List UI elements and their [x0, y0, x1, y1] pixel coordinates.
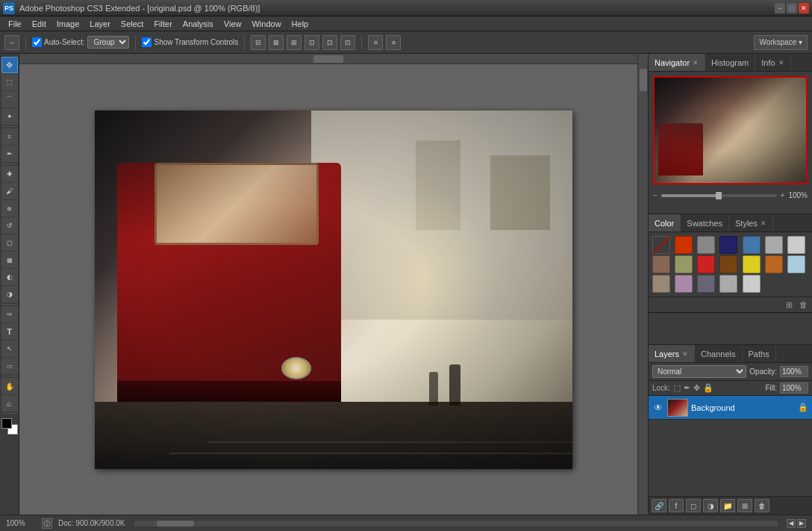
create-new-swatch-icon[interactable]: ⊞: [783, 299, 795, 311]
tab-swatches[interactable]: Swatches: [681, 214, 729, 232]
align-right-icon[interactable]: ⊞: [287, 35, 302, 50]
menu-window[interactable]: Window: [246, 18, 286, 30]
tab-styles[interactable]: Styles ✕: [729, 214, 773, 232]
add-style-button[interactable]: f: [669, 499, 684, 512]
swatch-slate[interactable]: [697, 275, 715, 293]
lasso-tool[interactable]: ⌒: [1, 91, 18, 108]
swatch-blue[interactable]: [743, 236, 761, 254]
history-brush-tool[interactable]: ↺: [1, 217, 18, 234]
delete-swatch-icon[interactable]: 🗑: [797, 299, 809, 311]
menu-file[interactable]: File: [3, 18, 27, 30]
tab-channels[interactable]: Channels: [695, 345, 742, 362]
layer-item-background[interactable]: 👁 Background 🔒: [649, 396, 812, 420]
workspace-icon[interactable]: Workspace ▾: [754, 35, 808, 50]
crop-tool[interactable]: ⌗: [1, 128, 18, 145]
align-top-icon[interactable]: ⊡: [304, 35, 319, 50]
scroll-left-button[interactable]: ◀: [787, 519, 796, 528]
menu-image[interactable]: Image: [51, 18, 85, 30]
link-layers-button[interactable]: 🔗: [652, 499, 666, 512]
zoom-out-icon[interactable]: −: [653, 191, 658, 199]
delete-layer-button[interactable]: 🗑: [755, 499, 769, 512]
align-left-icon[interactable]: ⊟: [251, 35, 266, 50]
move-tool-options[interactable]: ↔: [4, 35, 19, 50]
swatch-light-gray[interactable]: [765, 236, 783, 254]
shape-tool[interactable]: ▭: [1, 358, 18, 374]
add-mask-button[interactable]: ◻: [686, 499, 701, 512]
horizontal-scrollbar-top[interactable]: [19, 54, 637, 64]
menu-view[interactable]: View: [219, 18, 247, 30]
swatch-brown[interactable]: [719, 255, 737, 273]
distribute-h-icon[interactable]: ≡: [368, 35, 383, 50]
move-tool[interactable]: ✥: [1, 57, 18, 73]
new-group-button[interactable]: 📁: [720, 499, 735, 512]
menu-edit[interactable]: Edit: [27, 18, 51, 30]
path-selection-tool[interactable]: ↖: [1, 341, 18, 357]
tab-histogram[interactable]: Histogram: [705, 54, 755, 71]
gradient-tool[interactable]: ▦: [1, 252, 18, 268]
swatch-yellow[interactable]: [743, 255, 761, 273]
tab-color[interactable]: Color: [649, 214, 681, 232]
distribute-v-icon[interactable]: ≡: [386, 35, 401, 50]
swatch-dark-blue[interactable]: [719, 236, 737, 254]
swatch-mauve[interactable]: [675, 275, 693, 293]
color-selector[interactable]: [1, 418, 18, 435]
zoom-tool[interactable]: ⌕: [1, 395, 18, 412]
lock-all-icon[interactable]: 🔒: [703, 383, 713, 393]
new-adjustment-button[interactable]: ◑: [703, 499, 718, 512]
eyedropper-tool[interactable]: ✒: [1, 146, 18, 162]
swatch-light-blue[interactable]: [787, 255, 805, 273]
canvas-area[interactable]: [19, 54, 648, 515]
maximize-button[interactable]: □: [787, 3, 797, 13]
pen-tool[interactable]: ✑: [1, 306, 18, 323]
close-button[interactable]: ✕: [799, 3, 809, 13]
menu-analysis[interactable]: Analysis: [178, 18, 219, 30]
blur-tool[interactable]: ◐: [1, 269, 18, 285]
spot-healing-tool[interactable]: ✚: [1, 166, 18, 182]
clone-stamp-tool[interactable]: ⊕: [1, 200, 18, 217]
tab-paths[interactable]: Paths: [743, 345, 776, 362]
rectangular-marquee-tool[interactable]: ⬚: [1, 74, 18, 90]
canvas-image[interactable]: [95, 111, 572, 469]
layers-close-icon[interactable]: ✕: [682, 350, 688, 358]
transform-controls-checkbox[interactable]: [142, 37, 152, 47]
opacity-input[interactable]: [780, 366, 808, 377]
eraser-tool[interactable]: ◻: [1, 235, 18, 251]
lock-pixels-icon[interactable]: ⬚: [673, 383, 681, 393]
menu-help[interactable]: Help: [287, 18, 314, 30]
horizontal-scrollbar[interactable]: [134, 521, 778, 527]
tab-navigator[interactable]: Navigator ✕: [649, 54, 705, 71]
swatch-brown-gray[interactable]: [652, 255, 670, 273]
text-tool[interactable]: T: [1, 323, 18, 340]
styles-close-icon[interactable]: ✕: [761, 220, 766, 227]
swatch-gray[interactable]: [697, 236, 715, 254]
swatch-khaki[interactable]: [675, 255, 693, 273]
scroll-right-button[interactable]: ▶: [797, 519, 806, 528]
brush-tool[interactable]: 🖌: [1, 183, 18, 199]
menu-filter[interactable]: Filter: [149, 18, 177, 30]
swatch-lighter-gray[interactable]: [787, 236, 805, 254]
blend-mode-select[interactable]: Normal: [652, 365, 746, 378]
swatch-mid-gray[interactable]: [719, 275, 737, 293]
swatch-red[interactable]: [697, 255, 715, 273]
swatch-none[interactable]: [652, 236, 670, 254]
status-info-icon[interactable]: [42, 518, 52, 529]
layer-visibility-icon[interactable]: 👁: [652, 403, 664, 413]
swatch-tan[interactable]: [652, 275, 670, 293]
align-center-v-icon[interactable]: ⊡: [322, 35, 337, 50]
align-bottom-icon[interactable]: ⊡: [340, 35, 355, 50]
lock-move-icon[interactable]: ✥: [693, 383, 700, 393]
zoom-in-icon[interactable]: +: [781, 191, 785, 199]
swatch-orange[interactable]: [765, 255, 783, 273]
dodge-tool[interactable]: ◑: [1, 286, 18, 302]
hand-tool[interactable]: ✋: [1, 378, 18, 394]
minimize-button[interactable]: −: [775, 3, 785, 13]
swatch-red-orange[interactable]: [675, 236, 693, 254]
vertical-scrollbar[interactable]: [637, 54, 648, 515]
auto-select-checkbox[interactable]: [32, 37, 42, 47]
menu-select[interactable]: Select: [116, 18, 149, 30]
fill-input[interactable]: [780, 382, 808, 394]
magic-wand-tool[interactable]: ✦: [1, 108, 18, 125]
swatch-pale-gray[interactable]: [743, 275, 761, 293]
new-layer-button[interactable]: ⊞: [737, 499, 752, 512]
zoom-slider[interactable]: [661, 194, 777, 197]
